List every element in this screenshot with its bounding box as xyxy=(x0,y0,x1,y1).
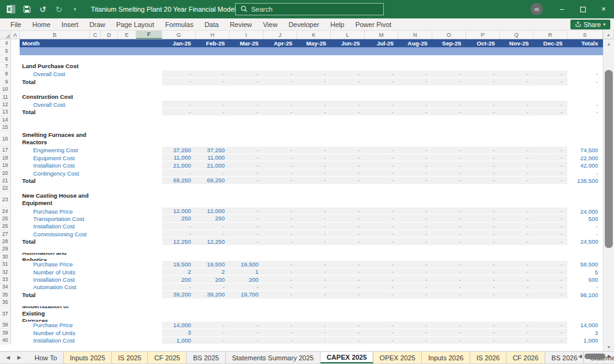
value-cell-19-4[interactable]: - xyxy=(297,161,331,169)
ribbon-tab-insert[interactable]: Insert xyxy=(56,20,84,29)
value-cell-26-4[interactable]: - xyxy=(297,223,331,230)
totals-header[interactable]: Totals xyxy=(567,39,603,47)
cell-gap-34-3[interactable] xyxy=(136,284,162,291)
value-cell-32-8[interactable]: - xyxy=(432,268,466,276)
value-cell-27-5[interactable]: - xyxy=(331,230,365,238)
sheet-tab-bs-2025[interactable]: BS 2025 xyxy=(187,352,225,363)
value-cell-20-5[interactable]: - xyxy=(331,169,365,177)
value-cell-25-8[interactable]: - xyxy=(432,215,466,222)
value-cell-39-6[interactable]: - xyxy=(365,329,398,336)
value-cell-33-6[interactable]: - xyxy=(365,276,398,283)
total-cell-19[interactable]: 42,000 xyxy=(567,161,603,169)
cell-gap-33-2[interactable] xyxy=(118,276,136,283)
cell-A32[interactable] xyxy=(11,268,20,276)
value-cell-12-6[interactable]: - xyxy=(365,101,398,108)
cell-header-gap-0[interactable] xyxy=(90,39,101,47)
value-cell-32-11[interactable]: - xyxy=(534,268,567,276)
value-cell-18-8[interactable]: - xyxy=(432,154,466,161)
row-header-30[interactable]: 30 xyxy=(0,253,11,260)
value-cell-8-7[interactable]: - xyxy=(398,71,432,78)
cell-gap-38-0[interactable] xyxy=(90,322,101,329)
value-cell-40-7[interactable]: - xyxy=(398,337,432,344)
total-label-21[interactable]: Total xyxy=(20,177,90,184)
row-header-4[interactable]: 4 xyxy=(0,39,11,47)
value-cell-20-8[interactable]: - xyxy=(432,169,466,177)
value-cell-34-9[interactable]: - xyxy=(466,284,500,291)
cell-sub-5-1[interactable] xyxy=(101,47,118,55)
value-cell-19-9[interactable]: - xyxy=(466,161,500,169)
cell-A30[interactable] xyxy=(11,253,20,260)
value-cell-18-4[interactable]: - xyxy=(297,154,331,161)
cell-gap-25-2[interactable] xyxy=(118,215,136,222)
cell-A15[interactable] xyxy=(11,124,20,131)
cell-gap-18-1[interactable] xyxy=(101,154,118,161)
cell-gap-31-1[interactable] xyxy=(101,261,118,268)
cell-gap-26-3[interactable] xyxy=(136,223,162,230)
cell-gap-39-3[interactable] xyxy=(136,329,162,336)
cell-A21[interactable] xyxy=(11,177,20,184)
cell-gap-35-2[interactable] xyxy=(118,291,136,298)
value-cell-35-6[interactable]: - xyxy=(365,291,398,298)
value-cell-9-10[interactable]: - xyxy=(500,78,534,85)
value-cell-31-1[interactable]: 19,500 xyxy=(196,261,230,268)
value-cell-38-2[interactable]: - xyxy=(230,322,263,329)
cell-sub-m7-5[interactable] xyxy=(398,47,432,55)
qat-customize-button[interactable]: ▾ xyxy=(70,4,80,14)
value-cell-25-5[interactable]: - xyxy=(331,215,365,222)
value-cell-25-4[interactable]: - xyxy=(297,215,331,222)
value-cell-21-1[interactable]: 69,250 xyxy=(196,177,230,184)
value-cell-13-4[interactable]: - xyxy=(297,109,331,116)
value-cell-26-0[interactable]: - xyxy=(162,223,196,230)
cell-A33[interactable] xyxy=(11,276,20,283)
row-header-16[interactable]: 16 xyxy=(0,131,11,147)
row-header-27[interactable]: 27 xyxy=(0,230,11,238)
value-cell-19-2[interactable]: - xyxy=(230,161,263,169)
value-cell-12-2[interactable]: - xyxy=(230,101,263,108)
cell-gap-32-3[interactable] xyxy=(136,268,162,276)
cell-A23[interactable] xyxy=(11,192,20,207)
value-cell-25-7[interactable]: - xyxy=(398,215,432,222)
value-cell-24-2[interactable]: - xyxy=(230,207,263,215)
row-header-31[interactable]: 31 xyxy=(0,261,11,268)
row-header-14[interactable]: 14 xyxy=(0,116,11,123)
hscroll-right-icon[interactable]: ▶ xyxy=(608,354,612,359)
value-cell-17-2[interactable]: - xyxy=(230,147,263,154)
cell-A17[interactable] xyxy=(11,147,20,154)
value-cell-12-10[interactable]: - xyxy=(500,101,534,108)
value-cell-32-2[interactable]: 1 xyxy=(230,268,263,276)
ribbon-tab-page-layout[interactable]: Page Layout xyxy=(111,20,160,29)
value-cell-24-6[interactable]: - xyxy=(365,207,398,215)
value-cell-31-7[interactable]: - xyxy=(398,261,432,268)
value-cell-12-3[interactable]: - xyxy=(263,101,297,108)
value-cell-33-11[interactable]: - xyxy=(534,276,567,283)
value-cell-38-4[interactable]: - xyxy=(297,322,331,329)
cell-month-label[interactable]: Month xyxy=(20,39,90,47)
value-cell-13-7[interactable]: - xyxy=(398,109,432,116)
value-cell-19-0[interactable]: 21,000 xyxy=(162,161,196,169)
cell-gap-21-1[interactable] xyxy=(101,177,118,184)
value-cell-35-2[interactable]: 19,700 xyxy=(230,291,263,298)
cell-gap-24-1[interactable] xyxy=(101,207,118,215)
cell-gap-24-3[interactable] xyxy=(136,207,162,215)
item-label-19[interactable]: Installation Cost xyxy=(20,161,90,169)
value-cell-25-3[interactable]: - xyxy=(263,215,297,222)
value-cell-21-7[interactable]: - xyxy=(398,177,432,184)
cell-gap-19-1[interactable] xyxy=(101,161,118,169)
value-cell-20-4[interactable]: - xyxy=(297,169,331,177)
cell-gap-31-0[interactable] xyxy=(90,261,101,268)
scroll-up-icon[interactable]: ▲ xyxy=(604,39,614,48)
cell-A19[interactable] xyxy=(11,161,20,169)
cell-header-gap-1[interactable] xyxy=(101,39,118,47)
cell-gap-12-3[interactable] xyxy=(136,101,162,108)
value-cell-21-0[interactable]: 69,250 xyxy=(162,177,196,184)
cell-gap-18-2[interactable] xyxy=(118,154,136,161)
value-cell-21-10[interactable]: - xyxy=(500,177,534,184)
item-label-24[interactable]: Purchase Price xyxy=(20,207,90,215)
value-cell-31-5[interactable]: - xyxy=(331,261,365,268)
value-cell-32-4[interactable]: - xyxy=(297,268,331,276)
select-all-corner[interactable] xyxy=(0,31,11,39)
cell-gap-13-1[interactable] xyxy=(101,109,118,116)
cell-A35[interactable] xyxy=(11,291,20,298)
column-header-S[interactable]: S xyxy=(567,31,603,39)
value-cell-9-6[interactable]: - xyxy=(365,78,398,85)
